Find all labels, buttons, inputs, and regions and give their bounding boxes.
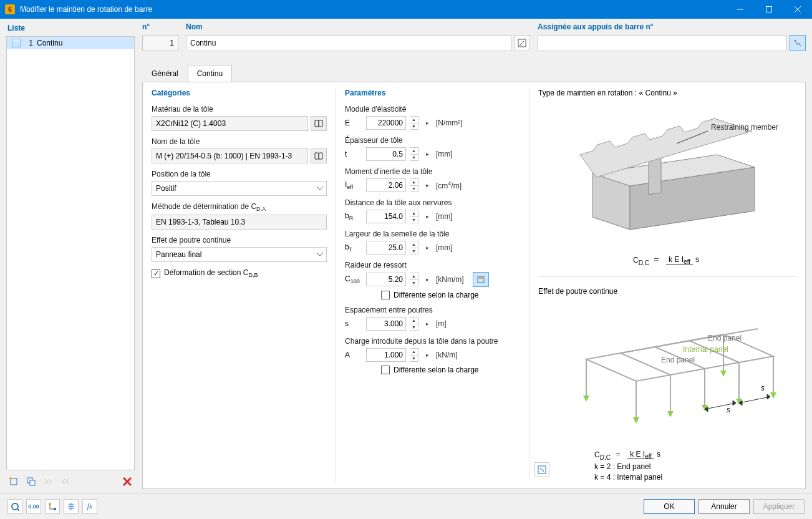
material-library-button[interactable] — [311, 116, 327, 131]
E-menu-button[interactable]: ▸ — [422, 116, 432, 130]
name-input[interactable]: Continu — [186, 35, 511, 51]
material-label: Matériau de la tôle — [152, 105, 327, 114]
C100-diff-label: Différente selon la charge — [394, 291, 479, 299]
s-symbol: s — [345, 319, 362, 328]
charge-label: Charge introduite depuis la tôle dans la… — [345, 337, 520, 346]
pick-assign-button[interactable] — [790, 35, 806, 51]
svg-text:End panel: End panel — [708, 334, 742, 342]
E-input[interactable] — [366, 116, 406, 130]
list-item-icon — [12, 39, 21, 47]
sheet-name-label: Nom de la tôle — [152, 137, 327, 146]
edit-name-button[interactable] — [514, 35, 530, 51]
thickness-label: Épaisseur de tôle — [345, 136, 520, 145]
assign-label: Assignée aux appuis de barre n° — [538, 22, 806, 31]
beam-effect-label: Effet de poutre continue — [152, 236, 327, 245]
delete-item-button[interactable] — [120, 474, 135, 489]
s-spinner[interactable]: ▲▼ — [410, 317, 418, 331]
E-spinner[interactable]: ▲▼ — [410, 116, 418, 130]
function-button[interactable]: fx — [82, 499, 97, 514]
svg-rect-58 — [54, 508, 56, 510]
deform-checkbox[interactable]: ✓ Déformation de section CD,B — [152, 268, 327, 278]
bR-input[interactable] — [366, 210, 406, 223]
assign-input[interactable] — [538, 35, 787, 51]
svg-marker-36 — [720, 371, 727, 377]
s-menu-button[interactable]: ▸ — [422, 317, 432, 331]
window-title: Modifier le maintien de rotation de barr… — [20, 5, 726, 14]
method-label: Méthode de détermination de CD,A — [152, 202, 327, 212]
include-button — [41, 474, 56, 489]
position-combo[interactable]: Positif — [152, 181, 327, 196]
svg-text:s: s — [761, 384, 765, 392]
copy-item-button[interactable] — [24, 474, 39, 489]
restraining-label: Restraining member — [711, 123, 778, 132]
bT-spinner[interactable]: ▲▼ — [410, 241, 418, 255]
beam-effect-combo[interactable]: Panneau final — [152, 247, 327, 262]
A-menu-button[interactable]: ▸ — [422, 348, 432, 362]
k4-line: k = 4 : Internal panel — [594, 473, 662, 482]
svg-rect-57 — [49, 503, 51, 505]
sheet-name-field[interactable]: M (+) 20/154-0.5 (b: 1000) | EN 1993-1-3 — [152, 148, 308, 163]
params-title: Paramètres — [345, 89, 520, 97]
material-field[interactable]: X2CrNi12 (C) 1.4003 — [152, 116, 308, 131]
formula-1: CD,C = k E Ieffs — [538, 255, 796, 266]
check-icon: ✓ — [152, 269, 160, 278]
svg-line-56 — [17, 509, 19, 511]
C100-menu-button[interactable]: ▸ — [422, 273, 432, 286]
A-input[interactable] — [366, 348, 406, 362]
s-input[interactable] — [366, 317, 406, 331]
illus-options-button[interactable] — [534, 462, 549, 477]
close-button[interactable] — [783, 0, 812, 19]
A-diff-checkbox[interactable]: Différente selon la charge — [381, 366, 520, 374]
help-button[interactable] — [7, 499, 22, 514]
num-field: 1 — [142, 35, 178, 51]
formula-2: CD,C = k E Ieffs k = 2 : End panel k = 4… — [594, 449, 796, 482]
svg-point-59 — [68, 503, 74, 510]
list-item[interactable]: 1 Continu — [7, 37, 134, 49]
Ieff-input[interactable] — [366, 178, 406, 192]
t-menu-button[interactable]: ▸ — [422, 147, 432, 161]
method-field: EN 1993-1-3, Tableau 10.3 — [152, 215, 327, 230]
t-input[interactable] — [366, 147, 406, 161]
chevron-down-icon — [317, 187, 323, 190]
chevron-down-icon — [317, 253, 323, 256]
bT-input[interactable] — [366, 241, 406, 255]
C100-input[interactable] — [366, 273, 406, 286]
globe-button[interactable] — [64, 499, 79, 514]
Ieff-menu-button[interactable]: ▸ — [422, 178, 432, 192]
new-item-button[interactable] — [6, 474, 21, 489]
Ieff-spinner[interactable]: ▲▼ — [410, 178, 418, 192]
list-box[interactable]: 1 Continu — [6, 36, 135, 470]
bT-menu-button[interactable]: ▸ — [422, 241, 432, 255]
cancel-button[interactable]: Annuler — [698, 499, 750, 514]
C100-spinner[interactable]: ▲▼ — [410, 273, 418, 286]
svg-marker-49 — [733, 400, 736, 405]
bR-spinner[interactable]: ▲▼ — [410, 210, 418, 223]
Ieff-symbol: Ieff — [345, 180, 362, 190]
minimize-button[interactable] — [726, 0, 755, 19]
C100-calc-button[interactable] — [473, 272, 489, 287]
svg-rect-14 — [479, 277, 483, 279]
svg-marker-38 — [667, 411, 674, 417]
A-diff-label: Différente selon la charge — [394, 366, 479, 374]
tab-general[interactable]: Général — [142, 65, 188, 82]
t-spinner[interactable]: ▲▼ — [410, 147, 418, 161]
app-icon: 6 — [5, 4, 15, 14]
tab-continu[interactable]: Continu — [188, 65, 232, 82]
C100-diff-checkbox[interactable]: Différente selon la charge — [381, 291, 520, 299]
illustration-2: End panel Internal panel End panel s s — [538, 307, 796, 443]
svg-text:End panel: End panel — [661, 356, 695, 364]
list-panel: Liste 1 Continu — [0, 19, 138, 493]
ok-button[interactable]: OK — [644, 499, 695, 514]
sheet-library-button[interactable] — [311, 148, 327, 163]
A-spinner[interactable]: ▲▼ — [410, 348, 418, 362]
flange-width-label: Largeur de la semelle de la tôle — [345, 230, 520, 238]
maximize-button[interactable] — [755, 0, 783, 19]
spacing-label: Espacement entre poutres — [345, 306, 520, 314]
exclude-button — [59, 474, 74, 489]
hierarchy-button[interactable] — [45, 499, 60, 514]
svg-text:Internal panel: Internal panel — [683, 345, 728, 354]
svg-point-12 — [795, 40, 796, 41]
units-button[interactable]: 0.00 — [26, 499, 41, 514]
E-symbol: E — [345, 119, 362, 127]
bR-menu-button[interactable]: ▸ — [422, 210, 432, 223]
